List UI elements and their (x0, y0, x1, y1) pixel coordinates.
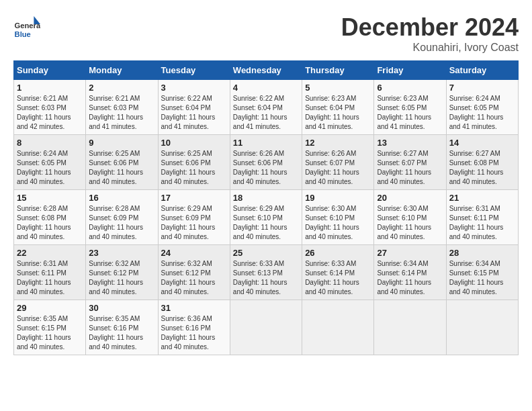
calendar-header-row: Sunday Monday Tuesday Wednesday Thursday… (14, 61, 519, 80)
day-info: Sunrise: 6:25 AM Sunset: 6:06 PM Dayligh… (161, 149, 227, 187)
day-info: Sunrise: 6:32 AM Sunset: 6:12 PM Dayligh… (89, 259, 154, 297)
table-row: 28 Sunrise: 6:34 AM Sunset: 6:15 PM Dayl… (446, 245, 518, 300)
day-info: Sunrise: 6:27 AM Sunset: 6:08 PM Dayligh… (449, 149, 515, 187)
table-row: 22 Sunrise: 6:31 AM Sunset: 6:11 PM Dayl… (14, 245, 86, 300)
page-title: December 2024 (341, 13, 519, 42)
day-number: 24 (161, 248, 227, 258)
day-number: 8 (17, 138, 83, 148)
day-number: 13 (377, 138, 443, 148)
day-number: 6 (377, 83, 443, 93)
day-info: Sunrise: 6:36 AM Sunset: 6:16 PM Dayligh… (161, 314, 227, 352)
day-info: Sunrise: 6:23 AM Sunset: 6:04 PM Dayligh… (305, 94, 371, 132)
table-row: 7 Sunrise: 6:24 AM Sunset: 6:05 PM Dayli… (446, 80, 518, 135)
table-row: 10 Sunrise: 6:25 AM Sunset: 6:06 PM Dayl… (158, 135, 230, 190)
day-number: 15 (17, 193, 83, 203)
day-info: Sunrise: 6:35 AM Sunset: 6:15 PM Dayligh… (17, 314, 83, 352)
day-number: 25 (233, 248, 299, 258)
table-row: 19 Sunrise: 6:30 AM Sunset: 6:10 PM Dayl… (302, 190, 374, 245)
day-info: Sunrise: 6:29 AM Sunset: 6:10 PM Dayligh… (233, 204, 299, 242)
day-info: Sunrise: 6:21 AM Sunset: 6:03 PM Dayligh… (17, 94, 83, 132)
day-number: 29 (17, 303, 83, 313)
day-info: Sunrise: 6:28 AM Sunset: 6:08 PM Dayligh… (17, 204, 83, 242)
day-number: 11 (233, 138, 299, 148)
table-row: 26 Sunrise: 6:33 AM Sunset: 6:14 PM Dayl… (302, 245, 374, 300)
day-number: 3 (161, 83, 227, 93)
table-row: 9 Sunrise: 6:25 AM Sunset: 6:06 PM Dayli… (86, 135, 158, 190)
day-number: 23 (89, 248, 154, 258)
table-row: 5 Sunrise: 6:23 AM Sunset: 6:04 PM Dayli… (302, 80, 374, 135)
day-number: 5 (305, 83, 371, 93)
day-number: 16 (89, 193, 154, 203)
day-number: 19 (305, 193, 371, 203)
logo: General Blue (13, 13, 44, 40)
day-number: 20 (377, 193, 443, 203)
day-number: 30 (89, 303, 154, 313)
col-tuesday: Tuesday (158, 61, 230, 80)
col-monday: Monday (86, 61, 158, 80)
day-info: Sunrise: 6:31 AM Sunset: 6:11 PM Dayligh… (17, 259, 83, 297)
col-saturday: Saturday (446, 61, 518, 80)
table-row: 24 Sunrise: 6:32 AM Sunset: 6:12 PM Dayl… (158, 245, 230, 300)
col-friday: Friday (374, 61, 446, 80)
day-number: 31 (161, 303, 227, 313)
calendar-week-row: 15 Sunrise: 6:28 AM Sunset: 6:08 PM Dayl… (14, 190, 519, 245)
col-wednesday: Wednesday (230, 61, 302, 80)
table-row: 4 Sunrise: 6:22 AM Sunset: 6:04 PM Dayli… (230, 80, 302, 135)
day-info: Sunrise: 6:24 AM Sunset: 6:05 PM Dayligh… (449, 94, 515, 132)
day-number: 10 (161, 138, 227, 148)
table-row: 6 Sunrise: 6:23 AM Sunset: 6:05 PM Dayli… (374, 80, 446, 135)
table-row: 15 Sunrise: 6:28 AM Sunset: 6:08 PM Dayl… (14, 190, 86, 245)
table-row: 21 Sunrise: 6:31 AM Sunset: 6:11 PM Dayl… (446, 190, 518, 245)
svg-text:Blue: Blue (15, 30, 31, 38)
day-number: 21 (449, 193, 515, 203)
table-row (230, 300, 302, 355)
day-info: Sunrise: 6:29 AM Sunset: 6:09 PM Dayligh… (161, 204, 227, 242)
day-number: 4 (233, 83, 299, 93)
day-info: Sunrise: 6:34 AM Sunset: 6:14 PM Dayligh… (377, 259, 443, 297)
day-number: 2 (89, 83, 154, 93)
table-row: 14 Sunrise: 6:27 AM Sunset: 6:08 PM Dayl… (446, 135, 518, 190)
table-row: 29 Sunrise: 6:35 AM Sunset: 6:15 PM Dayl… (14, 300, 86, 355)
day-number: 26 (305, 248, 371, 258)
day-info: Sunrise: 6:28 AM Sunset: 6:09 PM Dayligh… (89, 204, 154, 242)
day-number: 9 (89, 138, 154, 148)
calendar-week-row: 29 Sunrise: 6:35 AM Sunset: 6:15 PM Dayl… (14, 300, 519, 355)
day-number: 12 (305, 138, 371, 148)
col-sunday: Sunday (14, 61, 86, 80)
day-number: 7 (449, 83, 515, 93)
day-info: Sunrise: 6:33 AM Sunset: 6:14 PM Dayligh… (305, 259, 371, 297)
table-row: 8 Sunrise: 6:24 AM Sunset: 6:05 PM Dayli… (14, 135, 86, 190)
day-info: Sunrise: 6:31 AM Sunset: 6:11 PM Dayligh… (449, 204, 515, 242)
day-info: Sunrise: 6:26 AM Sunset: 6:07 PM Dayligh… (305, 149, 371, 187)
table-row: 11 Sunrise: 6:26 AM Sunset: 6:06 PM Dayl… (230, 135, 302, 190)
page-subtitle: Kounahiri, Ivory Coast (341, 42, 519, 54)
day-info: Sunrise: 6:27 AM Sunset: 6:07 PM Dayligh… (377, 149, 443, 187)
logo-icon: General Blue (13, 13, 40, 40)
day-info: Sunrise: 6:34 AM Sunset: 6:15 PM Dayligh… (449, 259, 515, 297)
table-row: 18 Sunrise: 6:29 AM Sunset: 6:10 PM Dayl… (230, 190, 302, 245)
day-info: Sunrise: 6:32 AM Sunset: 6:12 PM Dayligh… (161, 259, 227, 297)
table-row: 16 Sunrise: 6:28 AM Sunset: 6:09 PM Dayl… (86, 190, 158, 245)
title-block: December 2024 Kounahiri, Ivory Coast (341, 13, 519, 54)
day-info: Sunrise: 6:30 AM Sunset: 6:10 PM Dayligh… (305, 204, 371, 242)
day-info: Sunrise: 6:22 AM Sunset: 6:04 PM Dayligh… (233, 94, 299, 132)
table-row: 27 Sunrise: 6:34 AM Sunset: 6:14 PM Dayl… (374, 245, 446, 300)
table-row (374, 300, 446, 355)
day-number: 28 (449, 248, 515, 258)
day-number: 22 (17, 248, 83, 258)
col-thursday: Thursday (302, 61, 374, 80)
table-row: 12 Sunrise: 6:26 AM Sunset: 6:07 PM Dayl… (302, 135, 374, 190)
table-row: 13 Sunrise: 6:27 AM Sunset: 6:07 PM Dayl… (374, 135, 446, 190)
calendar-week-row: 8 Sunrise: 6:24 AM Sunset: 6:05 PM Dayli… (14, 135, 519, 190)
table-row: 25 Sunrise: 6:33 AM Sunset: 6:13 PM Dayl… (230, 245, 302, 300)
table-row: 20 Sunrise: 6:30 AM Sunset: 6:10 PM Dayl… (374, 190, 446, 245)
day-info: Sunrise: 6:23 AM Sunset: 6:05 PM Dayligh… (377, 94, 443, 132)
table-row (446, 300, 518, 355)
table-row: 1 Sunrise: 6:21 AM Sunset: 6:03 PM Dayli… (14, 80, 86, 135)
day-number: 14 (449, 138, 515, 148)
day-info: Sunrise: 6:35 AM Sunset: 6:16 PM Dayligh… (89, 314, 154, 352)
day-info: Sunrise: 6:22 AM Sunset: 6:04 PM Dayligh… (161, 94, 227, 132)
table-row (302, 300, 374, 355)
calendar-week-row: 1 Sunrise: 6:21 AM Sunset: 6:03 PM Dayli… (14, 80, 519, 135)
table-row: 30 Sunrise: 6:35 AM Sunset: 6:16 PM Dayl… (86, 300, 158, 355)
